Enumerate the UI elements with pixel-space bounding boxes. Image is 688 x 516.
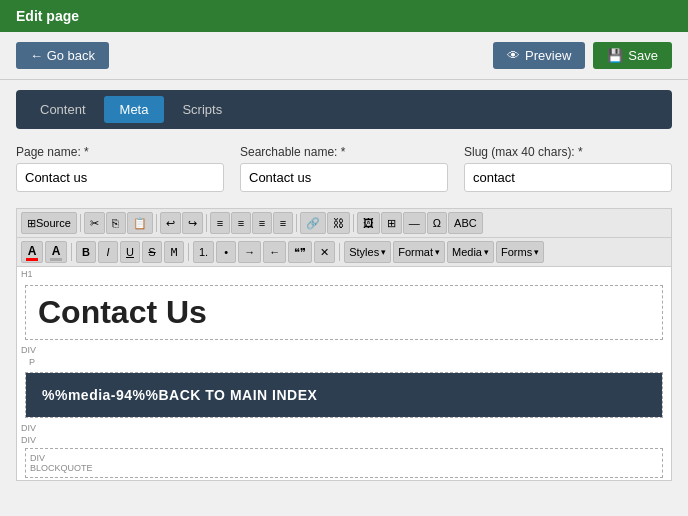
italic-btn[interactable]: I <box>98 241 118 263</box>
font-color-underline <box>26 258 38 261</box>
outdent-btn[interactable]: ← <box>263 241 286 263</box>
remove-format-btn[interactable]: ✕ <box>314 241 335 263</box>
sep4 <box>296 214 297 232</box>
sep3 <box>206 214 207 232</box>
slug-group: Slug (max 40 chars): * <box>464 145 672 192</box>
page-title: Edit page <box>16 8 79 24</box>
preview-button[interactable]: 👁 Preview <box>493 42 585 69</box>
right-actions: 👁 Preview 💾 Save <box>493 42 672 69</box>
page-name-input[interactable] <box>16 163 224 192</box>
bold-btn[interactable]: B <box>76 241 96 263</box>
editor-content[interactable]: H1 Contact Us DIV P %%media-94%%BACK TO … <box>17 267 671 480</box>
tabs-bar: Content Meta Scripts <box>16 90 672 129</box>
sep8 <box>339 243 340 261</box>
format-dropdown[interactable]: Format <box>393 241 445 263</box>
blockquote-label: BLOCKQUOTE <box>30 463 658 473</box>
ol-btn[interactable]: 1. <box>193 241 214 263</box>
toolbar-align-left-btn[interactable]: ≡ <box>210 212 230 234</box>
toolbar-cut-btn[interactable]: ✂ <box>84 212 105 234</box>
page-name-group: Page name: * <box>16 145 224 192</box>
toolbar-row1: ⊞ Source ✂ ⎘ 📋 ↩ ↪ ≡ ≡ ≡ ≡ 🔗 ⛓ 🖼 ⊞ — Ω A… <box>17 209 671 238</box>
searchable-name-label: Searchable name: * <box>240 145 448 159</box>
heading-text: Contact Us <box>38 294 207 330</box>
toolbar-hr-btn[interactable]: — <box>403 212 426 234</box>
tab-content[interactable]: Content <box>24 96 102 123</box>
searchable-name-input[interactable] <box>240 163 448 192</box>
media-block[interactable]: %%media-94%%BACK TO MAIN INDEX <box>25 372 663 418</box>
toolbar-align-right-btn[interactable]: ≡ <box>252 212 272 234</box>
underline-btn[interactable]: U <box>120 241 140 263</box>
mono-btn[interactable]: M <box>164 241 184 263</box>
toolbar-spell-btn[interactable]: ABC <box>448 212 483 234</box>
blockquote-btn[interactable]: ❝❞ <box>288 241 312 263</box>
toolbar-unlink-btn[interactable]: ⛓ <box>327 212 350 234</box>
source-icon: ⊞ <box>27 217 36 230</box>
toolbar-link-btn[interactable]: 🔗 <box>300 212 326 234</box>
font-color-btn[interactable]: A <box>21 241 43 263</box>
toolbar-table-btn[interactable]: ⊞ <box>381 212 402 234</box>
slug-input[interactable] <box>464 163 672 192</box>
go-back-button[interactable]: Go back <box>16 42 109 69</box>
bg-color-underline <box>50 258 62 261</box>
div1-label: DIV <box>17 344 671 356</box>
styles-dropdown[interactable]: Styles <box>344 241 391 263</box>
sep2 <box>156 214 157 232</box>
tab-meta[interactable]: Meta <box>104 96 165 123</box>
sep5 <box>353 214 354 232</box>
indent-btn[interactable]: → <box>238 241 261 263</box>
ul-btn[interactable]: • <box>216 241 236 263</box>
sep1 <box>80 214 81 232</box>
eye-icon: 👁 <box>507 48 520 63</box>
save-button[interactable]: 💾 Save <box>593 42 672 69</box>
toolbar-row2: A A B I U S M 1. • → ← ❝❞ ✕ Styles <box>17 238 671 267</box>
searchable-name-group: Searchable name: * <box>240 145 448 192</box>
bottom-section: DIV BLOCKQUOTE <box>17 446 671 480</box>
editor-scroll-area[interactable]: H1 Contact Us DIV P %%media-94%%BACK TO … <box>17 267 671 480</box>
toolbar-redo-btn[interactable]: ↪ <box>182 212 203 234</box>
blockquote-inner[interactable]: DIV BLOCKQUOTE <box>25 448 663 478</box>
toolbar-align-center-btn[interactable]: ≡ <box>231 212 251 234</box>
bg-color-btn[interactable]: A <box>45 241 67 263</box>
form-section: Page name: * Searchable name: * Slug (ma… <box>16 145 672 192</box>
media-dropdown[interactable]: Media <box>447 241 494 263</box>
sep6 <box>71 243 72 261</box>
div3-label: DIV <box>17 434 671 446</box>
editor-wrapper: ⊞ Source ✂ ⎘ 📋 ↩ ↪ ≡ ≡ ≡ ≡ 🔗 ⛓ 🖼 ⊞ — Ω A… <box>16 208 672 481</box>
top-bar: Edit page <box>0 0 688 32</box>
main-content: Content Meta Scripts Page name: * Search… <box>0 80 688 491</box>
toolbar-undo-btn[interactable]: ↩ <box>160 212 181 234</box>
save-icon: 💾 <box>607 48 623 63</box>
strike-btn[interactable]: S <box>142 241 162 263</box>
toolbar-paste-btn[interactable]: 📋 <box>127 212 153 234</box>
h1-label: H1 <box>17 267 671 281</box>
forms-dropdown[interactable]: Forms <box>496 241 544 263</box>
toolbar-copy-btn[interactable]: ⎘ <box>106 212 126 234</box>
div2-label: DIV <box>17 422 671 434</box>
source-button[interactable]: ⊞ Source <box>21 212 77 234</box>
tab-scripts[interactable]: Scripts <box>166 96 238 123</box>
toolbar-image-btn[interactable]: 🖼 <box>357 212 380 234</box>
slug-label: Slug (max 40 chars): * <box>464 145 672 159</box>
toolbar-special-btn[interactable]: Ω <box>427 212 447 234</box>
toolbar-align-justify-btn[interactable]: ≡ <box>273 212 293 234</box>
p-label: P <box>17 356 671 368</box>
div-label-inner: DIV <box>30 453 658 463</box>
action-bar: Go back 👁 Preview 💾 Save <box>0 32 688 80</box>
media-text: %%media-94%%BACK TO MAIN INDEX <box>26 373 662 417</box>
page-name-label: Page name: * <box>16 145 224 159</box>
heading-block[interactable]: Contact Us <box>25 285 663 340</box>
sep7 <box>188 243 189 261</box>
